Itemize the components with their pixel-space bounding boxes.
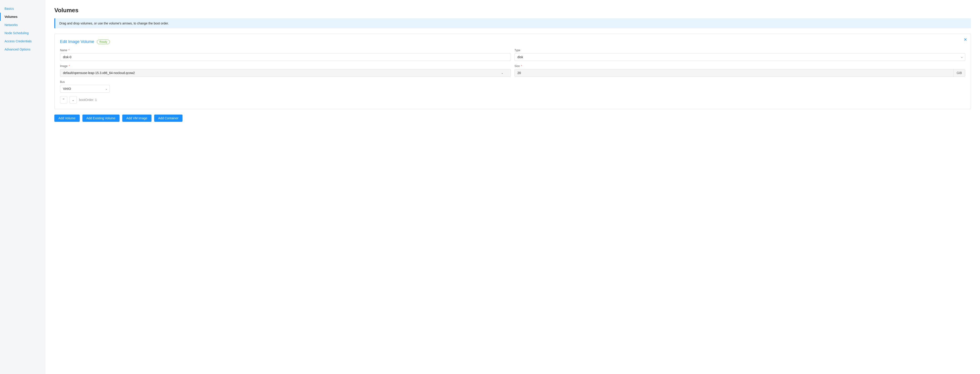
sidebar-item-advanced-options[interactable]: Advanced Options xyxy=(0,45,45,53)
type-select[interactable]: disk xyxy=(514,53,965,61)
image-select-wrapper[interactable]: default/opensuse-leap-15.3.x86_64-noclou… xyxy=(60,69,511,77)
sidebar-item-networks[interactable]: Networks xyxy=(0,21,45,29)
form-row-name-type: Name * Type disk ⌄ xyxy=(60,49,965,61)
bus-group: Bus VirtIO ⌄ xyxy=(60,80,110,92)
form-row-image-size: Image * default/opensuse-leap-15.3.x86_6… xyxy=(60,65,965,77)
boot-order-row: ⌃ ⌄ bootOrder: 1 xyxy=(60,96,965,103)
name-group: Name * xyxy=(60,49,511,61)
main-content: Volumes Drag and drop volumes, or use th… xyxy=(45,0,980,374)
action-buttons: Add Volume Add Existing Volume Add VM Im… xyxy=(54,115,971,122)
type-group: Type disk ⌄ xyxy=(514,49,965,61)
sidebar-item-node-scheduling[interactable]: Node Scheduling xyxy=(0,29,45,37)
bus-select[interactable]: VirtIO xyxy=(60,85,110,92)
volume-card-header: Edit Image Volume Ready ✕ xyxy=(60,40,965,44)
sidebar-item-volumes[interactable]: Volumes xyxy=(0,13,45,21)
bus-label: Bus xyxy=(60,80,110,84)
volume-card: Edit Image Volume Ready ✕ Name * Type xyxy=(54,34,971,109)
info-banner: Drag and drop volumes, or use the volume… xyxy=(54,18,971,28)
form-row-bus: Bus VirtIO ⌄ xyxy=(60,80,965,92)
size-unit: GiB xyxy=(953,69,965,76)
size-input[interactable] xyxy=(515,69,953,76)
image-label: Image * xyxy=(60,65,511,68)
volume-card-title: Edit Image Volume xyxy=(60,40,94,44)
image-group: Image * default/opensuse-leap-15.3.x86_6… xyxy=(60,65,511,77)
status-badge: Ready xyxy=(97,40,110,44)
close-button[interactable]: ✕ xyxy=(964,38,967,41)
arrow-down-icon: ⌄ xyxy=(72,98,75,102)
boot-order-label: bootOrder: 1 xyxy=(79,98,97,102)
sidebar-item-basics[interactable]: Basics xyxy=(0,5,45,13)
arrow-up-icon: ⌃ xyxy=(62,98,65,102)
boot-order-down-button[interactable]: ⌄ xyxy=(70,96,77,103)
add-container-button[interactable]: Add Container xyxy=(154,115,183,122)
type-label: Type xyxy=(514,49,965,52)
sidebar: Basics Volumes Networks Node Scheduling … xyxy=(0,0,45,374)
page-title: Volumes xyxy=(54,7,971,14)
bus-select-wrapper: VirtIO ⌄ xyxy=(60,85,110,92)
image-chevron-icon: ⌄ xyxy=(501,71,503,75)
type-select-wrapper: disk ⌄ xyxy=(514,53,965,61)
add-vm-image-button[interactable]: Add VM Image xyxy=(122,115,151,122)
add-existing-volume-button[interactable]: Add Existing Volume xyxy=(83,115,119,122)
sidebar-item-access-credentials[interactable]: Access Credentials xyxy=(0,37,45,45)
size-wrapper: GiB xyxy=(514,69,965,77)
boot-order-up-button[interactable]: ⌃ xyxy=(60,96,67,103)
name-input[interactable] xyxy=(60,53,511,61)
size-label: Size * xyxy=(514,65,965,68)
size-group: Size * GiB xyxy=(514,65,965,77)
add-volume-button[interactable]: Add Volume xyxy=(54,115,80,122)
name-label: Name * xyxy=(60,49,511,52)
